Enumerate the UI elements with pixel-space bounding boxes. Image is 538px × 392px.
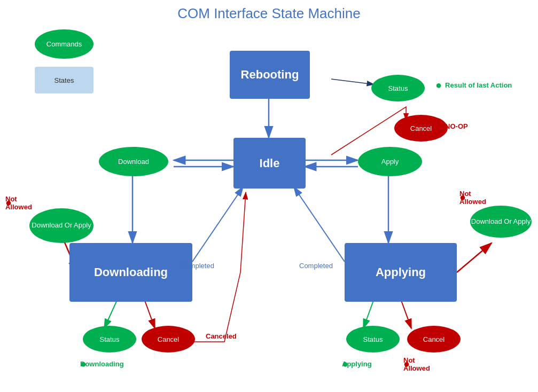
state-idle: Idle [233,138,306,189]
state-applying: Applying [345,243,457,302]
legend-states: States [35,67,93,93]
no-op-label: ● NO-OP [435,120,468,132]
diagram: COM Interface State Machine [0,0,538,392]
not-allowed-left-label: ● Not Allowed [5,197,12,209]
state-downloading: Downloading [69,243,192,302]
cmd-status-applying: Status [346,326,400,352]
not-allowed-right-label: ● Not Allowed [459,191,466,203]
not-allowed-applying-label: ● Not Allowed [403,358,410,370]
svg-line-15 [144,299,155,328]
cmd-download: Download [99,147,168,176]
cmd-download-or-apply-left: Download Or Apply [29,208,93,243]
cmd-download-or-apply-right: Download Or Apply [470,206,532,238]
svg-line-11 [192,187,243,262]
page-title: COM Interface State Machine [0,5,538,22]
cmd-status-downloading: Status [83,326,136,352]
legend-commands: Commands [35,29,93,59]
cmd-cancel-applying: Cancel [407,326,461,352]
applying-status-label: ● Applying [342,358,348,370]
result-label: ● Result of last Action [435,79,512,91]
svg-line-14 [104,299,118,328]
state-rebooting: Rebooting [230,51,310,99]
svg-line-17 [401,299,411,328]
cmd-cancel-downloading: Cancel [142,326,195,352]
svg-line-16 [363,299,374,328]
cmd-apply: Apply [358,147,422,176]
svg-line-12 [294,187,345,262]
svg-line-19 [457,243,492,272]
svg-line-13 [331,79,374,84]
cmd-status-top: Status [371,75,425,101]
downloading-status-label: ● Downloading [80,358,87,370]
